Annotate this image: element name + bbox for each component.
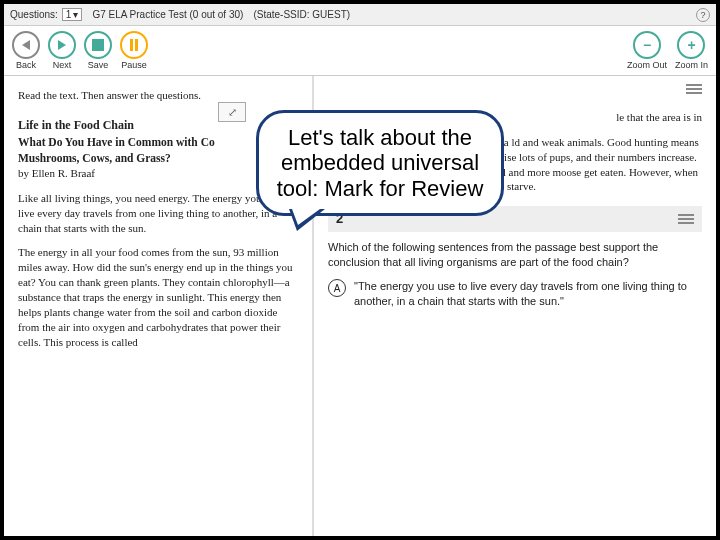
next-button[interactable]: Next [48,31,76,70]
pause-button[interactable]: Pause [120,31,148,70]
toolbar: Back Next Save Pause − Zoom Out + Zoom I… [4,26,716,76]
passage-paragraph: Like all living things, you need energy.… [18,191,298,236]
test-title: G7 ELA Practice Test (0 out of 30) [92,9,243,20]
chevron-down-icon: ▾ [73,9,78,20]
zoom-out-icon: − [643,37,651,53]
arrow-left-icon [22,40,30,50]
question-text: Which of the following sentences from th… [328,240,702,270]
state-ssid: (State-SSID: GUEST) [253,9,350,20]
tutorial-callout: Let's talk about the embedded universal … [256,110,504,216]
arrow-right-icon [58,40,66,50]
instruction-text: Read the text. Then answer the questions… [18,88,298,103]
save-button[interactable]: Save [84,31,112,70]
passage-paragraph: The energy in all your food comes from t… [18,245,298,349]
help-icon[interactable]: ? [696,8,710,22]
choice-letter: A [328,279,346,297]
menu-icon[interactable] [686,84,702,94]
back-button[interactable]: Back [12,31,40,70]
expand-icon: ⤢ [228,106,237,119]
save-icon [92,39,104,51]
expand-button[interactable]: ⤢ [218,102,246,122]
question-selector[interactable]: 1 ▾ [62,8,83,21]
top-bar: Questions: 1 ▾ G7 ELA Practice Test (0 o… [4,4,716,26]
zoom-in-button[interactable]: + Zoom In [675,31,708,70]
zoom-in-icon: + [687,37,695,53]
zoom-out-button[interactable]: − Zoom Out [627,31,667,70]
pause-icon [130,39,138,51]
answer-choice-a[interactable]: A "The energy you use to live every day … [328,279,702,309]
questions-label: Questions: [10,9,58,20]
choice-text: "The energy you use to live every day tr… [354,279,702,309]
menu-icon[interactable] [678,214,694,224]
callout-text: Let's talk about the embedded universal … [273,125,487,201]
